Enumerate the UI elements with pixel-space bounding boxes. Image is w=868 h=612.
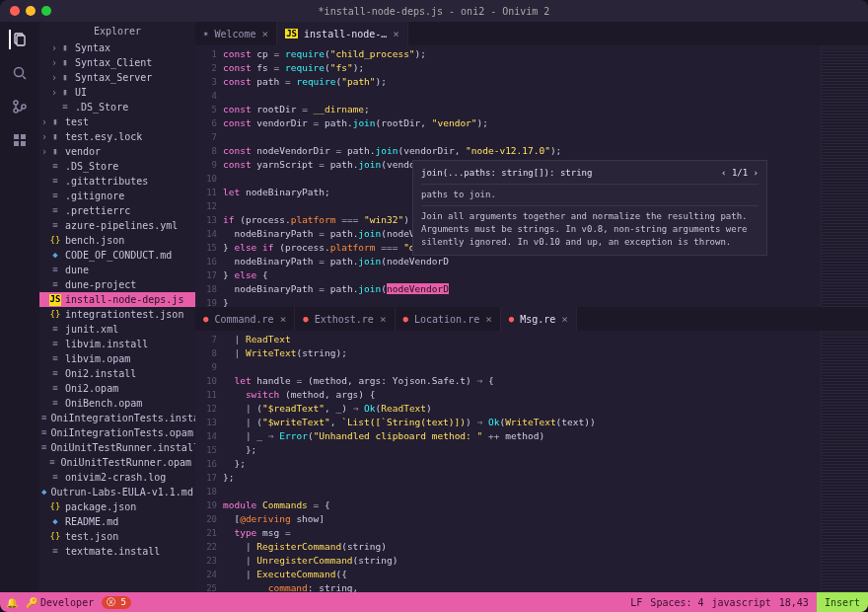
tree-item[interactable]: ›▮Syntax (39, 40, 195, 55)
svg-rect-1 (17, 36, 25, 45)
tree-item[interactable]: ≡.prettierrc (39, 203, 195, 218)
tree-item[interactable]: ≡.gitattributes (39, 174, 195, 189)
tabbar-top: ✶Welcome×JSinstall-node-…× (195, 22, 868, 45)
svg-rect-8 (21, 134, 26, 139)
tooltip-count: ‹ 1/1 › (721, 167, 759, 180)
tree-item[interactable]: ≡libvim.install (39, 337, 195, 351)
svg-point-5 (14, 109, 18, 113)
tree-item[interactable]: ≡OniUnitTestRunner.opam (39, 455, 195, 470)
tree-item[interactable]: ≡textmate.install (39, 544, 195, 559)
files-icon[interactable] (9, 30, 29, 49)
editor-pane-bottom: 7891011121314151617181920212223242526272… (195, 331, 868, 592)
tree-item[interactable]: ≡Oni2.install (39, 366, 195, 381)
tree-item[interactable]: ≡azure-pipelines.yml (39, 218, 195, 233)
tree-item[interactable]: ≡OniIntegrationTests.install (39, 411, 195, 425)
notifications-icon[interactable]: 🔔 (6, 597, 18, 608)
statusbar: 🔔 🔑 Developer ⓧ 5 LF Spaces: 4 javascrip… (0, 592, 868, 612)
close-icon[interactable]: × (561, 313, 568, 326)
tree-item[interactable]: ›▮UI (39, 85, 195, 100)
close-icon[interactable]: × (380, 313, 387, 326)
error-count[interactable]: ⓧ 5 (102, 596, 131, 609)
tree-item[interactable]: ›▮test (39, 115, 195, 129)
close-icon[interactable]: × (485, 313, 492, 326)
scm-icon[interactable] (10, 97, 30, 116)
tree-item[interactable]: ≡junit.xml (39, 322, 195, 337)
svg-rect-9 (14, 141, 19, 146)
status-language[interactable]: javascript (712, 597, 771, 608)
status-mode: Insert (817, 592, 868, 612)
tab[interactable]: JSinstall-node-…× (277, 22, 408, 45)
tooltip-desc: Join all arguments together and normaliz… (421, 210, 759, 249)
file-tree[interactable]: ›▮Syntax›▮Syntax_Client›▮Syntax_Server›▮… (39, 40, 195, 592)
tree-item[interactable]: {}package.json (39, 499, 195, 514)
tooltip-summary: paths to join. (421, 189, 759, 201)
tree-item[interactable]: {}bench.json (39, 233, 195, 248)
svg-rect-7 (14, 134, 19, 139)
minimap[interactable] (821, 45, 868, 307)
tab[interactable]: ✶Welcome× (195, 22, 277, 45)
tree-item[interactable]: ≡.gitignore (39, 189, 195, 203)
status-spaces[interactable]: Spaces: 4 (650, 597, 703, 608)
gutter: 1234567891011121314151617181920212223 (195, 45, 223, 307)
tree-item[interactable]: ›▮vendor (39, 144, 195, 159)
tree-item[interactable]: ›▮Syntax_Client (39, 55, 195, 70)
sidebar: Explorer ›▮Syntax›▮Syntax_Client›▮Syntax… (39, 22, 195, 592)
window-title: *install-node-deps.js - oni2 - Onivim 2 (319, 6, 550, 17)
code-editor[interactable]: | ReadText | WriteText(string); let hand… (223, 331, 821, 592)
tree-item[interactable]: ›▮Syntax_Server (39, 70, 195, 85)
editor-area: ✶Welcome×JSinstall-node-…× 1234567891011… (195, 22, 868, 592)
svg-point-2 (15, 68, 24, 77)
tabbar-bottom: ●Command.re×●Exthost.re×●Location.re×●Ms… (195, 307, 868, 331)
tree-item[interactable]: ≡Oni2.opam (39, 381, 195, 396)
status-position: 18,43 (779, 597, 809, 608)
gutter: 7891011121314151617181920212223242526272… (195, 331, 223, 592)
tree-item[interactable]: ◆README.md (39, 514, 195, 529)
tooltip-signature: join(...paths: string[]): string (421, 167, 592, 180)
tab[interactable]: ●Msg.re× (501, 307, 577, 331)
tree-item[interactable]: ≡.DS_Store (39, 159, 195, 174)
svg-rect-10 (21, 141, 26, 146)
tree-item[interactable]: {}test.json (39, 529, 195, 544)
status-eol[interactable]: LF (630, 597, 642, 608)
tree-item[interactable]: ≡onivim2-crash.log (39, 470, 195, 485)
extensions-icon[interactable] (10, 130, 30, 150)
sidebar-title: Explorer (39, 22, 195, 40)
tree-item[interactable]: JSinstall-node-deps.js (39, 292, 195, 307)
tree-item[interactable]: ≡libvim.opam (39, 351, 195, 366)
tab[interactable]: ●Exthost.re× (295, 307, 395, 331)
tab[interactable]: ●Command.re× (195, 307, 295, 331)
tree-item[interactable]: ≡dune-project (39, 277, 195, 292)
titlebar: *install-node-deps.js - oni2 - Onivim 2 (0, 0, 868, 22)
minimap[interactable] (821, 331, 868, 592)
tree-item[interactable]: ≡.DS_Store (39, 100, 195, 115)
tree-item[interactable]: ◆Outrun-Labs-EULA-v1.1.md (39, 485, 195, 499)
tree-item[interactable]: ›▮test.esy.lock (39, 129, 195, 144)
close-icon[interactable]: × (280, 313, 287, 326)
zoom-icon[interactable] (41, 6, 51, 16)
tree-item[interactable]: ≡OniUnitTestRunner.install (39, 440, 195, 455)
editor-pane-top: 1234567891011121314151617181920212223 co… (195, 45, 868, 307)
tree-item[interactable]: ◆CODE_OF_CONDUCT.md (39, 248, 195, 263)
tree-item[interactable]: ≡dune (39, 263, 195, 277)
close-icon[interactable]: × (393, 28, 399, 40)
svg-line-3 (23, 76, 26, 79)
signature-tooltip: join(...paths: string[]): string‹ 1/1 › … (412, 160, 767, 256)
tree-item[interactable]: ≡OniBench.opam (39, 396, 195, 411)
tab[interactable]: ●Location.re× (396, 307, 501, 331)
search-icon[interactable] (10, 63, 30, 83)
close-icon[interactable]: × (262, 28, 269, 40)
developer-button[interactable]: 🔑 Developer (26, 597, 94, 608)
minimize-icon[interactable] (26, 6, 36, 16)
tree-item[interactable]: {}integrationtest.json (39, 307, 195, 322)
tree-item[interactable]: ≡OniIntegrationTests.opam (39, 425, 195, 440)
svg-point-4 (14, 101, 18, 105)
close-icon[interactable] (10, 6, 20, 16)
activitybar (0, 22, 39, 592)
